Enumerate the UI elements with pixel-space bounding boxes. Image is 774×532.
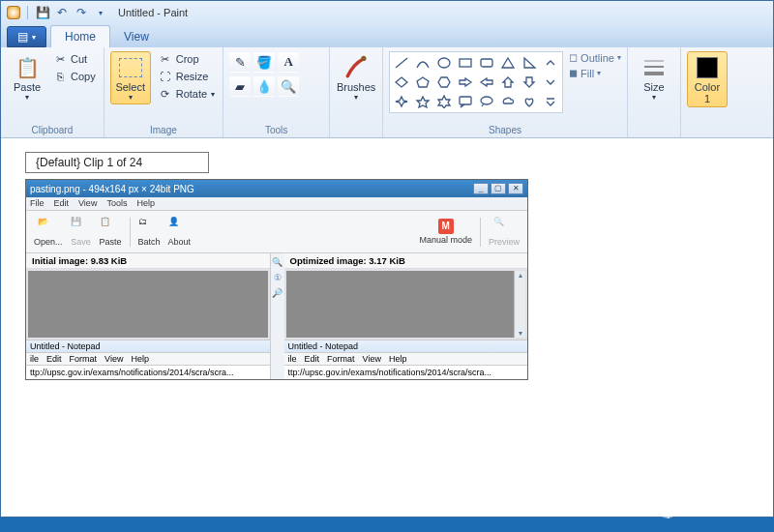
fill-button[interactable]: ◼Fill ▾ [569, 67, 621, 79]
shape-roundrect[interactable] [477, 54, 496, 72]
shape-arrow-up[interactable] [498, 74, 518, 91]
chevron-down-icon: ▾ [617, 53, 621, 62]
shape-star4[interactable] [392, 93, 411, 110]
bucket-icon: 🪣 [256, 55, 272, 70]
ribbon: 📋 Paste ▾ ✂Cut ⎘Copy Clipboard Select ▾ [1, 47, 773, 138]
copy-button[interactable]: ⎘Copy [51, 69, 98, 84]
paste-button[interactable]: 📋 Paste ▾ [7, 51, 47, 104]
maximize-icon: ▢ [491, 183, 506, 194]
quick-access-toolbar: 💾 ↶ ↷ ▾ [7, 5, 108, 20]
resize-icon: ⛶ [159, 70, 172, 83]
redo-icon[interactable]: ↷ [74, 5, 89, 20]
rotate-label: Rotate [176, 88, 207, 100]
zoom-in-icon: 🔍 [272, 257, 283, 267]
folder-open-icon: 📂 [38, 217, 59, 236]
np-title: Untitled - Notepad [26, 340, 270, 353]
inner-scrollbar: ▴▾ [514, 271, 525, 338]
shape-pentagon[interactable] [413, 74, 432, 91]
np-title: Untitled - Notepad [284, 340, 528, 353]
shape-rect[interactable] [456, 54, 475, 72]
group-clipboard: 📋 Paste ▾ ✂Cut ⎘Copy Clipboard [1, 47, 104, 137]
separator [130, 218, 131, 247]
shape-callout[interactable] [456, 93, 475, 110]
save-label: Save [71, 237, 91, 247]
crop-button[interactable]: ✂Crop [157, 51, 217, 67]
eyedropper-icon: 💧 [256, 79, 272, 94]
shape-gallery-more[interactable] [541, 93, 560, 110]
shape-star6[interactable] [434, 93, 454, 110]
file-menu-button[interactable]: ▤▾ [7, 26, 46, 47]
inner-paste-button: 📋Paste [100, 217, 122, 247]
picker-tool[interactable]: 💧 [253, 75, 275, 97]
inner-save-button: 💾Save [71, 217, 92, 247]
shape-diamond[interactable] [392, 74, 411, 91]
magnifier-tool[interactable]: 🔍 [278, 75, 299, 97]
inner-title: pasting.png - 494x164 px × 24bit PNG [30, 184, 194, 194]
group-tools: ✎ 🪣 A ▰ 💧 🔍 Tools [223, 47, 330, 137]
color1-button[interactable]: Color 1 [687, 51, 728, 107]
eraser-tool[interactable]: ▰ [229, 75, 251, 97]
shape-polygon[interactable] [498, 54, 518, 72]
chevron-down-icon: ▾ [354, 93, 358, 102]
rotate-button[interactable]: ⟳Rotate ▾ [157, 86, 217, 102]
np-body: ttp://upsc.gov.in/exams/notifications/20… [26, 366, 270, 379]
resize-button[interactable]: ⛶Resize [157, 69, 217, 84]
scissors-icon: ✂ [53, 52, 67, 66]
cut-button[interactable]: ✂Cut [51, 51, 98, 67]
shape-arrow-left[interactable] [477, 74, 496, 91]
save-icon[interactable]: 💾 [35, 5, 50, 20]
color1-label2: 1 [704, 93, 710, 104]
chevron-down-icon: ▾ [652, 93, 656, 102]
crop-label: Crop [176, 53, 199, 65]
left-notepad: Untitled - Notepad ile Edit Format View … [26, 340, 270, 379]
shape-hexagon[interactable] [434, 74, 454, 91]
tab-view[interactable]: View [110, 26, 163, 47]
shape-gallery-scroll-down[interactable] [541, 74, 560, 91]
qat-dropdown-icon[interactable]: ▾ [93, 5, 108, 20]
brushes-button[interactable]: Brushes ▾ [336, 51, 376, 104]
inner-manual-button: MManual mode [419, 219, 472, 245]
shape-curve[interactable] [413, 54, 432, 72]
m-badge-icon: M [438, 219, 454, 234]
shape-arrow-right[interactable] [456, 74, 475, 91]
np-menu-edit: Edit [305, 354, 320, 364]
size-button[interactable]: Size ▾ [634, 51, 674, 104]
svg-point-2 [438, 58, 450, 68]
ribbon-tab-strip: ▤▾ Home View [1, 24, 773, 47]
np-menu-file: ile [288, 354, 297, 364]
tab-home[interactable]: Home [50, 25, 110, 47]
batch-label: Batch [138, 237, 161, 247]
fill-tool[interactable]: 🪣 [253, 51, 275, 73]
shape-gallery-scroll-up[interactable] [541, 54, 560, 72]
shapes-gallery[interactable] [389, 51, 563, 113]
shape-triangle[interactable] [520, 54, 539, 72]
pencil-tool[interactable]: ✎ [229, 51, 251, 73]
text-tool[interactable]: A [278, 51, 299, 73]
undo-icon[interactable]: ↶ [54, 5, 70, 20]
brush-icon [342, 54, 370, 81]
shape-oval[interactable] [434, 54, 454, 72]
right-thumb: ▴▾ [284, 269, 528, 340]
watermark: LO4D.com [658, 499, 760, 518]
canvas[interactable]: {Default} Clip 1 of 24 pasting.png - 494… [2, 138, 772, 516]
color-swatch [694, 54, 721, 81]
window-title: Untitled - Paint [118, 7, 188, 18]
shape-star5[interactable] [413, 93, 432, 110]
right-notepad: Untitled - Notepad ile Edit Format View … [284, 340, 528, 379]
shape-cloud[interactable] [498, 93, 518, 110]
left-panel: Initial image: 9.83 KiB Untitled - Notep… [26, 253, 271, 379]
select-button[interactable]: Select ▾ [110, 51, 151, 104]
shape-arrow-down[interactable] [520, 74, 539, 91]
shape-callout-round[interactable] [477, 93, 496, 110]
group-size: Size ▾ . [628, 47, 681, 137]
shape-heart[interactable] [520, 93, 539, 110]
clipboard-icon: 📋 [14, 54, 41, 81]
np-menu: ile Edit Format View Help [26, 353, 270, 366]
outline-button[interactable]: ◻Outline ▾ [569, 51, 621, 64]
zoom-100-icon: ① [274, 273, 282, 282]
chevron-down-icon: ▾ [25, 93, 29, 102]
shape-line[interactable] [392, 54, 411, 72]
rotate-icon: ⟳ [159, 87, 172, 101]
menu-view: View [78, 198, 97, 209]
svg-marker-7 [396, 77, 407, 87]
